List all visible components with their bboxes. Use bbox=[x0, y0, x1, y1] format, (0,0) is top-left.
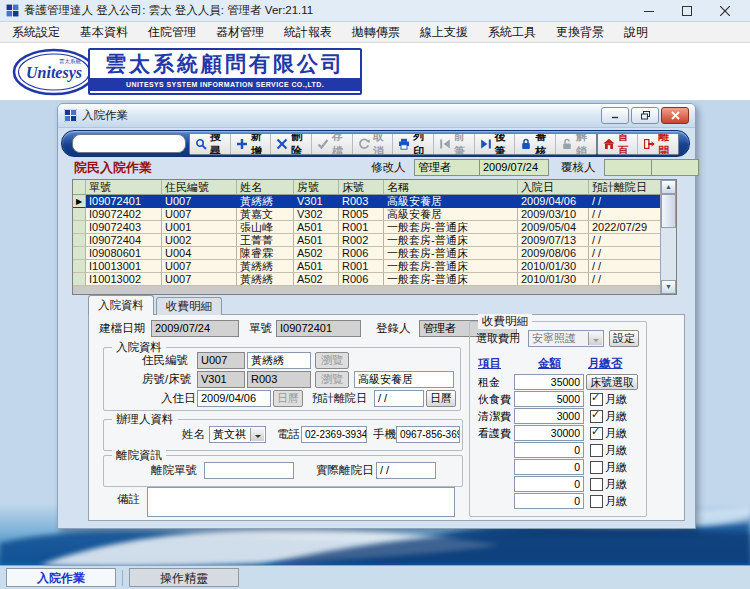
scroll-down-button[interactable]: ▼ bbox=[661, 280, 676, 294]
doc-window-title: 入院作業 bbox=[82, 108, 128, 123]
table-cell: 2010/01/30 bbox=[518, 273, 589, 286]
table-row[interactable]: I09072402U007黃嘉文V302R005高級安養居2009/03/10/… bbox=[73, 208, 661, 221]
exit-button[interactable]: 離開 bbox=[638, 134, 678, 154]
toolbar-nav-buttons: 首頁離開 bbox=[597, 133, 679, 155]
monthly-checkbox[interactable] bbox=[590, 410, 603, 423]
add-button[interactable]: 新增 bbox=[231, 134, 272, 154]
table-cell: 床號 bbox=[339, 180, 384, 195]
monthly-checkbox[interactable] bbox=[590, 444, 603, 457]
monthly-checkbox[interactable] bbox=[590, 427, 603, 440]
discharge-docno-field[interactable] bbox=[204, 462, 294, 479]
fee-item-label: 看護費 bbox=[478, 425, 511, 441]
menu-item[interactable]: 統計報表 bbox=[274, 22, 342, 43]
menu-item[interactable]: 更換背景 bbox=[546, 22, 614, 43]
menu-item[interactable]: 線上支援 bbox=[410, 22, 478, 43]
menu-item[interactable]: 基本資料 bbox=[70, 22, 138, 43]
table-row[interactable]: ▶I09072401U007黃綉綉V301R003高級安養居2009/04/06… bbox=[73, 195, 661, 208]
table-cell: U007 bbox=[162, 260, 237, 273]
close-button[interactable] bbox=[706, 0, 744, 21]
doc-minimize-button[interactable] bbox=[601, 107, 629, 124]
table-row[interactable]: I10013001U007黃綉綉A501R001一般套房-普通床2010/01/… bbox=[73, 260, 661, 273]
fee-amount-input[interactable] bbox=[514, 408, 584, 424]
next-record-button[interactable]: 後筆 bbox=[475, 134, 516, 154]
detail-tabs: 入院資料收費明細 bbox=[88, 297, 224, 315]
table-row[interactable]: I09072404U002王菁菁A501R002一般套房-普通床2009/07/… bbox=[73, 234, 661, 247]
fee-item-label: 租金 bbox=[478, 374, 500, 390]
table-cell: 高級安養居 bbox=[384, 208, 518, 221]
fee-row: 月繳 bbox=[470, 459, 646, 476]
table-cell: I09080601 bbox=[86, 247, 162, 260]
fee-amount-input[interactable] bbox=[514, 374, 584, 390]
bed-select-button[interactable]: 床號選取 bbox=[586, 374, 638, 390]
menu-item[interactable]: 系統工具 bbox=[478, 22, 546, 43]
menu-item[interactable]: 系統設定 bbox=[2, 22, 70, 43]
table-row[interactable]: I09080601U004陳睿霖A502R006一般套房-普通床2009/08/… bbox=[73, 247, 661, 260]
fee-item-label: 伙食費 bbox=[478, 391, 511, 407]
row-selector bbox=[73, 273, 86, 286]
tab-active[interactable]: 入院資料 bbox=[88, 295, 154, 315]
room-name-field[interactable]: 高級安養居 bbox=[354, 371, 454, 388]
table-row[interactable]: I09072403U001張山峰A501R001一般套房-普通床2009/05/… bbox=[73, 221, 661, 234]
expected-leave-calendar-button[interactable]: 日曆 bbox=[426, 390, 456, 407]
search-button[interactable]: 搜尋 bbox=[190, 134, 231, 154]
checkin-date-field[interactable]: 2009/04/06 bbox=[197, 390, 271, 407]
scroll-thumb[interactable] bbox=[661, 194, 676, 228]
table-cell: R006 bbox=[339, 247, 384, 260]
fee-col-item: 項目 bbox=[478, 356, 501, 371]
tab-inactive[interactable]: 收費明細 bbox=[156, 297, 222, 315]
handler-group-title: 辦理人資料 bbox=[112, 412, 178, 427]
table-cell: 黃綉綉 bbox=[237, 195, 294, 208]
modifier-label: 修改人 bbox=[371, 159, 406, 176]
monthly-checkbox[interactable] bbox=[590, 495, 603, 508]
print-button[interactable]: 列印 bbox=[393, 134, 434, 154]
table-cell: 2009/05/04 bbox=[518, 221, 589, 234]
table-scrollbar[interactable]: ▲ ▼ bbox=[660, 180, 676, 294]
table-row[interactable]: I10013002U007黃綉綉A502R006一般套房-普通床2010/01/… bbox=[73, 273, 661, 286]
handler-name-combo[interactable]: 黃文祺 bbox=[209, 426, 266, 443]
fee-amount-input[interactable] bbox=[514, 442, 584, 458]
fee-amount-input[interactable] bbox=[514, 425, 584, 441]
mobile-field[interactable]: 0967-856-369 bbox=[396, 426, 460, 443]
minimize-button[interactable] bbox=[630, 0, 668, 21]
chevron-down-icon bbox=[588, 332, 602, 345]
toolbar-search-input[interactable] bbox=[72, 134, 186, 153]
admission-table: 單號住民編號姓名房號床號名稱入院日預計離院日▶I09072401U007黃綉綉V… bbox=[72, 179, 677, 295]
menu-item[interactable]: 說明 bbox=[614, 22, 658, 43]
doc-close-button[interactable] bbox=[661, 107, 689, 124]
fee-amount-input[interactable] bbox=[514, 476, 584, 492]
phone-field[interactable]: 02-2369-3934 bbox=[301, 426, 367, 443]
doc-restore-button[interactable] bbox=[631, 107, 659, 124]
resident-browse-button: 瀏覽 bbox=[315, 352, 349, 369]
bed-field: R003 bbox=[247, 371, 311, 388]
chevron-down-icon[interactable] bbox=[250, 428, 264, 441]
taskbar-tab[interactable]: 操作精靈 bbox=[129, 568, 239, 587]
taskbar-tab[interactable]: 入院作業 bbox=[6, 568, 116, 587]
monthly-checkbox[interactable] bbox=[590, 478, 603, 491]
fee-amount-input[interactable] bbox=[514, 459, 584, 475]
expected-leave-field[interactable]: / / bbox=[374, 390, 424, 407]
scroll-up-button[interactable]: ▲ bbox=[661, 180, 676, 194]
actual-leave-label: 實際離院日 bbox=[316, 462, 374, 479]
fee-item-label: 清潔費 bbox=[478, 408, 511, 424]
actual-leave-field[interactable]: / / bbox=[376, 462, 436, 479]
table-cell: V301 bbox=[294, 195, 339, 208]
note-textarea[interactable] bbox=[147, 487, 455, 517]
audit-button[interactable]: 審核 bbox=[515, 134, 556, 154]
delete-button[interactable]: 刪除 bbox=[271, 134, 312, 154]
row-selector bbox=[73, 221, 86, 234]
monthly-checkbox[interactable] bbox=[590, 461, 603, 474]
menubar: 系統設定基本資料住院管理器材管理統計報表拋轉傳票線上支援系統工具更換背景說明 bbox=[0, 22, 750, 43]
monthly-checkbox[interactable] bbox=[590, 393, 603, 406]
menu-item[interactable]: 拋轉傳票 bbox=[342, 22, 410, 43]
menu-item[interactable]: 住院管理 bbox=[138, 22, 206, 43]
fee-amount-input[interactable] bbox=[514, 391, 584, 407]
fee-settings-button[interactable]: 設定 bbox=[609, 330, 639, 347]
fee-type-combo: 安寧照護 bbox=[528, 330, 604, 347]
menu-item[interactable]: 器材管理 bbox=[206, 22, 274, 43]
admission-window: 入院作業 搜尋新增刪除存檔取消列印前筆後筆審核解鎖 首頁離開 院民入院作業 修改… bbox=[57, 103, 696, 529]
fee-amount-input[interactable] bbox=[514, 493, 584, 509]
home-button[interactable]: 首頁 bbox=[598, 134, 639, 154]
maximize-button[interactable] bbox=[668, 0, 706, 21]
resident-name-field[interactable]: 黃綉綉 bbox=[247, 352, 311, 369]
checkin-date-label: 入住日 bbox=[161, 390, 196, 407]
